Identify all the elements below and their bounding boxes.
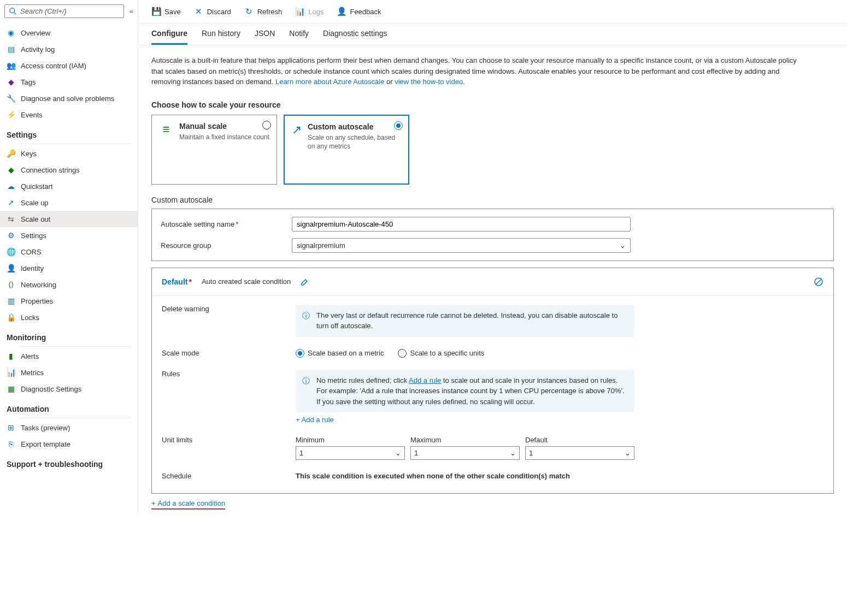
discard-button[interactable]: ✕Discard	[194, 7, 231, 16]
nav-diag-settings[interactable]: ▦Diagnostic Settings	[0, 381, 138, 397]
block-icon[interactable]	[814, 277, 824, 287]
close-icon: ✕	[194, 7, 204, 16]
save-button[interactable]: 💾Save	[151, 7, 181, 16]
feedback-button[interactable]: 👤Feedback	[337, 7, 381, 16]
min-input[interactable]: 1⌄	[296, 446, 405, 460]
section-support: Support + troubleshooting	[0, 452, 138, 472]
nav-iam[interactable]: 👥Access control (IAM)	[0, 57, 138, 74]
condition-sub: Auto created scale condition	[202, 277, 291, 286]
custom-autoscale-icon: ↗	[291, 122, 302, 138]
activity-log-icon: ▤	[7, 45, 15, 54]
logs-icon: 📊	[295, 7, 305, 16]
tab-json[interactable]: JSON	[255, 29, 275, 45]
radio-icon	[398, 349, 407, 358]
nav-quickstart[interactable]: ☁Quickstart	[0, 178, 138, 194]
min-label: Minimum	[296, 436, 405, 444]
edit-icon[interactable]	[301, 277, 309, 286]
add-scale-condition-link[interactable]: + Add a scale condition	[151, 499, 225, 510]
section-title: Custom autoscale	[138, 185, 847, 209]
toolbar: 💾Save ✕Discard ↻Refresh 📊Logs 👤Feedback	[138, 0, 847, 23]
search-placeholder: Search (Ctrl+/)	[20, 7, 67, 15]
radio-scale-units[interactable]: Scale to a specific units	[398, 349, 484, 358]
howto-video-link[interactable]: view the how-to video	[395, 78, 463, 86]
search-input[interactable]: Search (Ctrl+/)	[4, 4, 124, 18]
save-icon: 💾	[151, 7, 161, 16]
sidebar-scroll[interactable]: ◉Overview ▤Activity log 👥Access control …	[0, 25, 138, 513]
tab-notify[interactable]: Notify	[289, 29, 309, 45]
info-box: ⓘ The very last or default recurrence ru…	[296, 305, 634, 337]
nav-events[interactable]: ⚡Events	[0, 106, 138, 123]
globe-icon: 🌐	[7, 247, 15, 256]
max-label: Maximum	[410, 436, 520, 444]
nav-scale-up[interactable]: ↗Scale up	[0, 194, 138, 211]
section-settings: Settings	[0, 123, 138, 143]
card-title: Manual scale	[179, 122, 269, 131]
nav-locks[interactable]: 🔒Locks	[0, 309, 138, 325]
nav-keys[interactable]: 🔑Keys	[0, 145, 138, 162]
card-title: Custom autoscale	[308, 122, 402, 131]
add-rule-link-inline[interactable]: Add a rule	[409, 376, 441, 384]
divider	[20, 418, 131, 418]
nav-cors[interactable]: 🌐CORS	[0, 244, 138, 260]
diag-icon: ▦	[7, 384, 15, 393]
feedback-icon: 👤	[337, 7, 346, 16]
schedule-text: This scale condition is executed when no…	[296, 472, 634, 480]
autoscale-form: Autoscale setting name* Resource group s…	[151, 209, 834, 261]
label: Unit limits	[162, 436, 296, 460]
row-schedule: Schedule This scale condition is execute…	[162, 472, 824, 480]
nav-properties[interactable]: ▥Properties	[0, 293, 138, 309]
quickstart-icon: ☁	[7, 182, 15, 191]
section-monitoring: Monitoring	[0, 325, 138, 345]
svg-point-0	[10, 8, 15, 13]
metrics-icon: 📊	[7, 368, 15, 377]
add-rule-link[interactable]: + Add a rule	[296, 416, 334, 424]
row-rules: Rules ⓘ No metric rules defined; click A…	[162, 370, 824, 424]
nav-overview[interactable]: ◉Overview	[0, 25, 138, 41]
chevron-down-icon: ⌄	[395, 449, 401, 457]
learn-more-link[interactable]: Learn more about Azure Autoscale	[275, 78, 384, 86]
tag-icon: ◆	[7, 78, 15, 86]
alerts-icon: ▮	[7, 352, 15, 360]
nav-tasks[interactable]: ⊞Tasks (preview)	[0, 419, 138, 436]
nav-diagnose[interactable]: 🔧Diagnose and solve problems	[0, 90, 138, 106]
card-manual-scale[interactable]: ≡ Manual scale Maintain a fixed instance…	[151, 115, 277, 185]
overview-icon: ◉	[7, 28, 15, 37]
nav-networking[interactable]: ⟨⟩Networking	[0, 276, 138, 293]
nav-metrics[interactable]: 📊Metrics	[0, 364, 138, 381]
nav-alerts[interactable]: ▮Alerts	[0, 348, 138, 364]
radio-icon	[296, 349, 304, 358]
collapse-sidebar-icon[interactable]: «	[130, 7, 133, 15]
scale-mode-radios: Scale based on a metric Scale to a speci…	[296, 349, 634, 358]
tab-configure[interactable]: Configure	[151, 29, 187, 45]
tab-run-history[interactable]: Run history	[202, 29, 240, 45]
autoscale-name-input[interactable]	[292, 217, 631, 232]
logs-button: 📊Logs	[295, 7, 323, 16]
lock-icon: 🔒	[7, 313, 15, 322]
nav-scale-out[interactable]: ⇆Scale out	[0, 211, 138, 227]
resource-group-select[interactable]: signalrpremium ⌄	[292, 238, 631, 253]
nav-identity[interactable]: 👤Identity	[0, 260, 138, 276]
properties-icon: ▥	[7, 297, 15, 305]
card-custom-autoscale[interactable]: ↗ Custom autoscale Scale on any schedule…	[284, 115, 409, 185]
export-icon: ⎘	[7, 440, 15, 448]
refresh-button[interactable]: ↻Refresh	[244, 7, 283, 16]
divider	[20, 346, 131, 347]
nav-connection-strings[interactable]: ◆Connection strings	[0, 162, 138, 178]
nav-settings[interactable]: ⚙Settings	[0, 227, 138, 244]
scale-up-icon: ↗	[7, 198, 15, 207]
condition-name: Default*	[162, 277, 192, 286]
label: Rules	[162, 370, 296, 424]
def-input[interactable]: 1⌄	[525, 446, 634, 460]
label: Delete warning	[162, 305, 296, 337]
tab-diagnostic[interactable]: Diagnostic settings	[323, 29, 387, 45]
wrench-icon: 🔧	[7, 94, 15, 103]
nav-export-template[interactable]: ⎘Export template	[0, 436, 138, 452]
max-input[interactable]: 1⌄	[410, 446, 520, 460]
radio-scale-metric[interactable]: Scale based on a metric	[296, 349, 384, 358]
refresh-icon: ↻	[244, 7, 254, 16]
info-icon: ⓘ	[302, 375, 311, 407]
nav-tags[interactable]: ◆Tags	[0, 74, 138, 90]
main-content: 💾Save ✕Discard ↻Refresh 📊Logs 👤Feedback …	[138, 0, 847, 513]
row-resource-group: Resource group signalrpremium ⌄	[161, 238, 825, 253]
nav-activity-log[interactable]: ▤Activity log	[0, 41, 138, 57]
